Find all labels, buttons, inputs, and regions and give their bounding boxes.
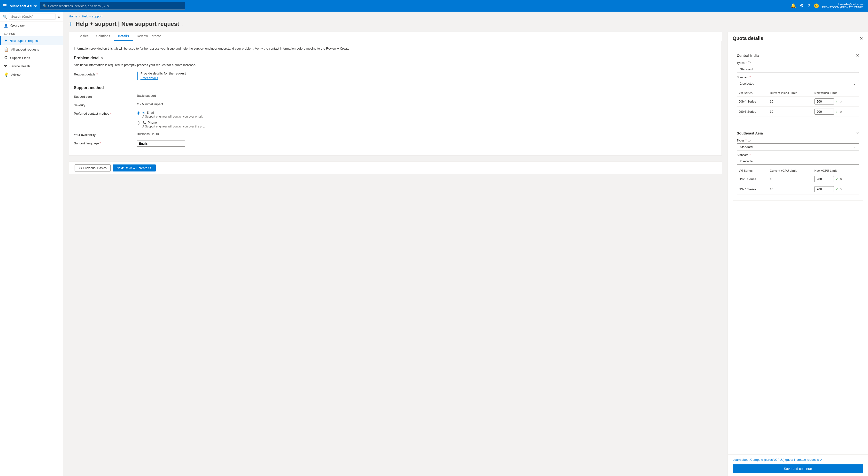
search-input[interactable]	[48, 4, 183, 8]
contact-method-row: Preferred contact method * ✉	[74, 111, 717, 128]
central-india-header: Central India ✕	[737, 53, 859, 58]
sea-types-info-icon[interactable]: ⓘ	[748, 138, 750, 142]
ci-row1-current-limit: 10	[768, 107, 812, 117]
quota-panel-body: Central India ✕ Types * ⓘ Standard ⌄	[728, 45, 868, 454]
quota-panel-header: Quota details ✕	[728, 32, 868, 45]
sea-close-icon[interactable]: ✕	[856, 131, 859, 135]
notifications-icon[interactable]: 🔔	[789, 2, 797, 9]
sidebar-collapse-icon[interactable]: «	[58, 14, 60, 19]
user-org: REDHAT.COM (REDHAT0.ONMIC...	[822, 6, 865, 9]
ci-row1-remove-icon[interactable]: ✕	[840, 110, 843, 114]
learn-more-link[interactable]: Learn about Compute (cores/vCPUs) quota …	[733, 458, 823, 462]
sea-row1-remove-icon[interactable]: ✕	[840, 188, 843, 191]
ci-types-label: Types * ⓘ	[737, 61, 859, 65]
support-plan-row: Support plan Basic support	[74, 94, 717, 98]
ci-standard-dropdown[interactable]: 2 selected ⌄	[737, 80, 859, 87]
quota-panel: Quota details ✕ Central India ✕ Types *	[727, 32, 868, 476]
ci-row1-vm-series: DSv3 Series	[737, 107, 768, 117]
save-and-continue-button[interactable]: Save and continue	[733, 465, 863, 473]
ci-col-new-limit: New vCPU Limit	[812, 90, 859, 97]
phone-icon: 📞	[143, 121, 146, 124]
sea-row0-remove-icon[interactable]: ✕	[840, 177, 843, 181]
availability-value: Business Hours	[137, 132, 717, 136]
help-icon[interactable]: ?	[806, 2, 811, 9]
ci-row0-check-icon: ✓	[835, 100, 838, 104]
sea-header: Southeast Asia ✕	[737, 131, 859, 135]
list-icon: 📋	[4, 47, 9, 52]
sea-col-new-limit: New vCPU Limit	[812, 168, 859, 174]
search-bar[interactable]: 🔍	[40, 2, 185, 10]
phone-option[interactable]: 📞 Phone A Support engineer will contact …	[137, 121, 717, 128]
quota-panel-close-icon[interactable]: ✕	[860, 36, 863, 41]
sea-types-label: Types * ⓘ	[737, 138, 859, 142]
sidebar-item-overview[interactable]: 👤 Overview	[0, 22, 63, 30]
sidebar-item-advisor[interactable]: 💡 Advisor	[0, 70, 63, 79]
sea-row1-current-limit: 10	[768, 184, 812, 195]
sidebar-item-support-plans[interactable]: 🛡 Support Plans	[0, 54, 63, 62]
request-details-row: Request details * Provide details for th…	[74, 72, 717, 80]
sidebar-item-all-support[interactable]: 📋 All support requests	[0, 45, 63, 54]
info-text: Additional information is required to pr…	[74, 63, 717, 67]
ci-row0-current-limit: 10	[768, 97, 812, 107]
sea-row1-new-limit-input[interactable]	[814, 186, 834, 192]
ci-row0-vm-series: DSv4 Series	[737, 97, 768, 107]
availability-label: Your availability	[74, 132, 132, 137]
hamburger-icon[interactable]: ☰	[3, 3, 7, 8]
ci-types-chevron-icon: ⌄	[853, 67, 856, 71]
phone-label: Phone	[148, 121, 157, 124]
sidebar-item-new-support[interactable]: + New support request	[0, 36, 63, 45]
page-header: + Help + support | New support request .…	[63, 18, 868, 32]
page-ellipsis[interactable]: ...	[182, 22, 186, 27]
tab-basics[interactable]: Basics	[74, 32, 92, 41]
phone-radio[interactable]	[137, 122, 140, 125]
request-details-value: Provide details for the request Enter de…	[137, 72, 717, 80]
severity-label: Severity	[74, 102, 132, 107]
email-icon: ✉	[143, 111, 145, 114]
enter-details-link[interactable]: Enter details	[141, 76, 717, 80]
provide-details-title: Provide details for the request	[141, 72, 186, 75]
ci-row0-remove-icon[interactable]: ✕	[840, 100, 843, 104]
settings-icon[interactable]: ⚙	[799, 2, 805, 9]
sidebar-search-input[interactable]	[9, 13, 56, 20]
feedback-icon[interactable]: 🙂	[813, 2, 820, 9]
sea-row1-vm-series: DSv4 Series	[737, 184, 768, 195]
tab-review-create[interactable]: Review + create	[133, 32, 165, 41]
sea-row0-new-limit-input[interactable]	[814, 176, 834, 182]
email-desc: A Support engineer will contact you over…	[143, 115, 203, 118]
sidebar-item-service-health[interactable]: ❤ Service Health	[0, 62, 63, 70]
sea-types-dropdown[interactable]: Standard ⌄	[737, 143, 859, 150]
severity-value: C - Minimal impact	[137, 102, 717, 106]
sea-row0-vm-series: DSv3 Series	[737, 174, 768, 184]
southeast-asia-card: Southeast Asia ✕ Types * ⓘ Standard ⌄	[733, 127, 863, 201]
ci-row1-new-limit-wrapper: ✓ ✕	[814, 109, 857, 115]
ci-types-info-icon[interactable]: ⓘ	[748, 61, 750, 65]
breadcrumb-home[interactable]: Home	[69, 14, 77, 18]
tab-solutions[interactable]: Solutions	[92, 32, 114, 41]
breadcrumb-section[interactable]: Help + support	[82, 14, 102, 18]
availability-row: Your availability Business Hours	[74, 132, 717, 137]
central-india-close-icon[interactable]: ✕	[856, 53, 859, 58]
ci-row0-new-limit-wrapper: ✓ ✕	[814, 98, 857, 104]
next-button[interactable]: Next: Review + create >>	[113, 165, 156, 171]
user-email: kameshs@redhat.com	[838, 3, 865, 6]
ci-row1-new-limit-input[interactable]	[814, 109, 834, 115]
support-language-row: Support language *	[74, 140, 717, 146]
email-radio[interactable]	[137, 111, 140, 115]
sea-standard-dropdown[interactable]: 2 selected ⌄	[737, 158, 859, 165]
problem-details-title: Problem details	[74, 56, 717, 60]
brand-name: Microsoft Azure	[10, 4, 37, 8]
quota-panel-title: Quota details	[733, 36, 764, 41]
previous-button[interactable]: << Previous: Basics	[74, 165, 111, 171]
sea-row0-current-limit: 10	[768, 174, 812, 184]
email-option[interactable]: ✉ Email A Support engineer will contact …	[137, 111, 717, 118]
ci-types-dropdown[interactable]: Standard ⌄	[737, 66, 859, 73]
contact-method-label: Preferred contact method *	[74, 111, 132, 115]
sea-standard-chevron-icon: ⌄	[853, 159, 856, 163]
support-language-input[interactable]	[137, 140, 185, 146]
quota-footer: Learn about Compute (cores/vCPUs) quota …	[728, 454, 868, 476]
tab-details[interactable]: Details	[114, 32, 133, 41]
ci-row0-new-limit-input[interactable]	[814, 98, 834, 104]
sea-col-current-limit: Current vCPU Limit	[768, 168, 812, 174]
user-info[interactable]: kameshs@redhat.com REDHAT.COM (REDHAT0.O…	[822, 3, 865, 9]
health-icon: ❤	[4, 64, 7, 68]
